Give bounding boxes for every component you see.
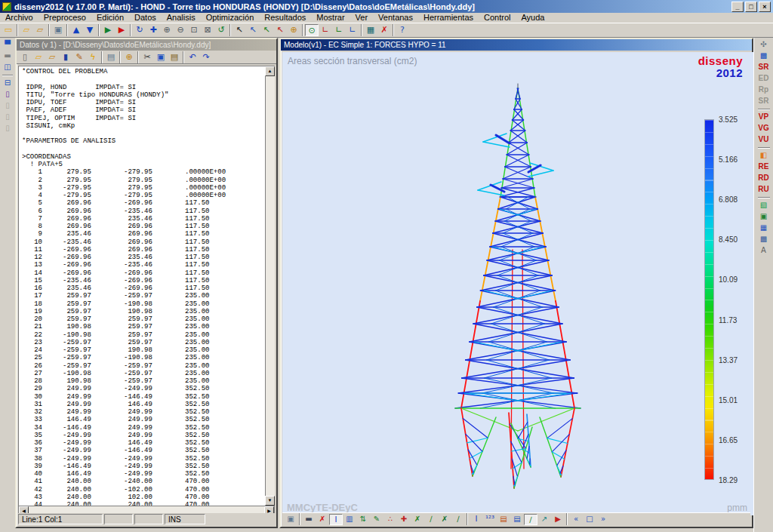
redo-icon[interactable]: ↷ <box>199 51 213 63</box>
solid-view-icon[interactable]: ▥ <box>343 514 356 525</box>
menu-ayuda[interactable]: Ayuda <box>516 13 550 23</box>
screen-icon[interactable]: ▬ <box>302 514 316 525</box>
vg-button[interactable]: VG <box>756 123 771 134</box>
menu-herramientas[interactable]: Herramientas <box>418 13 479 23</box>
new-project-icon[interactable]: ▭ <box>2 24 15 36</box>
settings-icon[interactable]: ✣ <box>756 39 771 51</box>
text-a-icon[interactable]: A <box>756 245 771 257</box>
search-icon[interactable]: ⊕ <box>122 51 136 63</box>
menu-analisis[interactable]: Analisis <box>162 13 201 23</box>
diagonal-icon[interactable]: ∕ <box>524 514 537 525</box>
import-project-icon[interactable]: ▱ <box>33 24 47 36</box>
modelo-titlebar[interactable]: Modelo(v1) - EC Simple 1: FORCES HYPO = … <box>281 39 752 51</box>
zoom-window-icon[interactable]: ⊡ <box>187 24 201 36</box>
axes-xz-icon[interactable]: ∟ <box>332 24 346 36</box>
rainbow-icon[interactable]: ▧ <box>756 200 771 211</box>
texture-icon[interactable]: ▩ <box>756 51 771 62</box>
grid-icon[interactable]: ▩ <box>756 234 771 245</box>
copy-icon[interactable]: ▣ <box>154 51 168 63</box>
axes-yz-icon[interactable]: ∟ <box>346 24 359 36</box>
vector-icon[interactable]: ▶ <box>551 514 565 525</box>
minmax-icon[interactable]: ⇅ <box>356 514 370 525</box>
new-file-icon[interactable]: ▯ <box>18 51 32 63</box>
numbering-icon[interactable]: ¹²³ <box>483 514 497 525</box>
datos-vertical-scrollbar[interactable]: ▲ ▼ <box>265 66 275 506</box>
save-file-icon[interactable]: ▮ <box>59 51 72 63</box>
app-titlebar[interactable]: disseny2012 (v 17.00 P. Martí): - HOND -… <box>0 0 773 13</box>
menu-edicion[interactable]: Edición <box>91 13 129 23</box>
cut-y2-icon[interactable]: ∕ <box>451 514 465 525</box>
zoom-extents-icon[interactable]: ⊠ <box>201 24 214 36</box>
capture-model-icon[interactable]: ▣ <box>756 211 771 223</box>
menu-datos[interactable]: Datos <box>129 13 162 23</box>
open-project-icon[interactable]: ▱ <box>20 24 33 36</box>
rotate-icon[interactable]: ↻ <box>133 24 146 36</box>
move-node-icon[interactable]: ✚ <box>397 514 411 525</box>
nodes-icon[interactable]: ∴ <box>383 514 397 525</box>
close-button[interactable]: × <box>759 2 771 12</box>
menu-archivo[interactable]: Archivo <box>0 13 38 23</box>
model-canvas[interactable]: Areas sección transversal (cm2) disseny … <box>282 52 753 515</box>
axes-xy-icon[interactable]: ∟ <box>319 24 332 36</box>
anim-play-icon[interactable]: » <box>596 514 610 525</box>
rp-button[interactable]: Rp <box>756 85 771 96</box>
scroll-down-icon[interactable]: ▼ <box>265 496 275 506</box>
doc-disabled2-icon[interactable]: ▯ <box>2 112 14 123</box>
erase-icon[interactable]: ✗ <box>316 514 329 525</box>
zoom-in-icon[interactable]: ⊕ <box>160 24 174 36</box>
vu-button[interactable]: VU <box>756 134 771 146</box>
tile-vertical-icon[interactable]: ◫ <box>2 62 14 73</box>
run-all-icon[interactable]: ▶ <box>115 24 128 36</box>
select-poly-icon[interactable]: ↖ <box>260 24 273 36</box>
select-label-icon[interactable]: I <box>329 514 343 525</box>
run-icon[interactable]: ▶ <box>101 24 115 36</box>
cut-y-icon[interactable]: ∕ <box>424 514 438 525</box>
menu-ventanas[interactable]: Ventanas <box>373 13 418 23</box>
menu-optimizacion[interactable]: Optimización <box>201 13 260 23</box>
sr-button[interactable]: SR <box>756 96 771 107</box>
select-info-icon[interactable]: ↖ <box>273 24 287 36</box>
capture-icon[interactable]: ▣ <box>51 24 65 36</box>
palette-icon[interactable]: ◧ <box>756 150 771 161</box>
beam-section-icon[interactable]: I <box>470 514 483 525</box>
open-file-icon[interactable]: ▱ <box>32 51 45 63</box>
re-button[interactable]: RE <box>756 161 771 173</box>
doc-disabled3-icon[interactable]: ▯ <box>2 123 14 134</box>
legend-colors-icon[interactable]: ▤ <box>497 514 510 525</box>
anim-stop-icon[interactable]: □ <box>583 514 596 525</box>
rd-button[interactable]: RD <box>756 173 771 184</box>
datos-editor[interactable]: *CONTROL DEL PROBLEMA IDPR, HOND IMPDAT=… <box>18 66 275 506</box>
help-icon[interactable]: ? <box>396 24 409 36</box>
menu-ver[interactable]: Ver <box>350 13 374 23</box>
find-icon[interactable]: ⊕ <box>287 24 300 36</box>
zoom-out-icon[interactable]: ⊖ <box>174 24 187 36</box>
doc-data-icon[interactable]: ▯ <box>2 89 14 100</box>
restore-button[interactable]: □ <box>745 2 757 12</box>
menu-resultados[interactable]: Resultados <box>259 13 311 23</box>
window-minimize-icon[interactable]: ▬ <box>2 51 14 62</box>
menu-preproceso[interactable]: Preproceso <box>38 13 91 23</box>
cut-icon[interactable]: ✂ <box>140 51 154 63</box>
anim-back-icon[interactable]: « <box>569 514 583 525</box>
print-icon[interactable]: ▤ <box>104 51 118 63</box>
down-icon[interactable]: ▼ <box>83 24 97 36</box>
window-maximize-icon[interactable]: ▀ <box>2 39 14 51</box>
calculator-icon[interactable]: ▦ <box>364 24 377 36</box>
edit-file-icon[interactable]: ✎ <box>72 51 86 63</box>
up-icon[interactable]: ▲ <box>69 24 83 36</box>
doc-disabled1-icon[interactable]: ▯ <box>2 100 14 112</box>
cut-x-icon[interactable]: ✗ <box>411 514 424 525</box>
paste-icon[interactable]: ▤ <box>168 51 181 63</box>
minimize-button[interactable]: _ <box>731 2 744 12</box>
sr-active-button[interactable]: SR <box>756 62 771 73</box>
tile-horizontal-icon[interactable]: ⊟ <box>2 78 14 89</box>
diagonal-arrow-icon[interactable]: ↗ <box>537 514 551 525</box>
annotate-icon[interactable]: ✎ <box>370 514 383 525</box>
menu-control[interactable]: Control <box>479 13 516 23</box>
import-file-icon[interactable]: ▱ <box>45 51 59 63</box>
ru-button[interactable]: RU <box>756 184 771 195</box>
datos-titlebar[interactable]: Datos (v 1) - [D:\Disseny\Datos\doEMetál… <box>17 39 276 51</box>
select-icon[interactable]: ↖ <box>233 24 246 36</box>
vp-button[interactable]: VP <box>756 112 771 123</box>
ed-button[interactable]: ED <box>756 73 771 85</box>
